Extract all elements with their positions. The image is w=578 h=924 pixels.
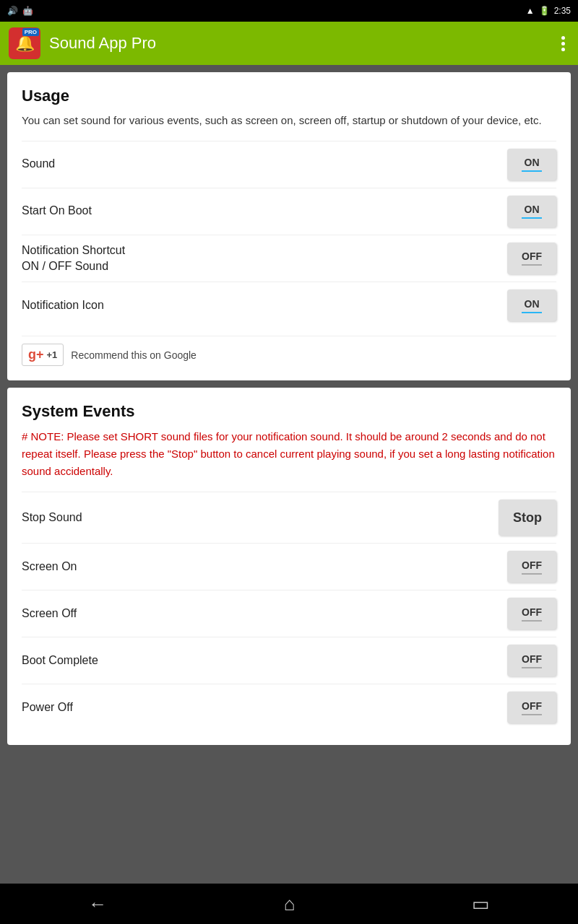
notification-icon-setting-row: Notification Icon ON xyxy=(22,282,556,328)
clock: 2:35 xyxy=(554,6,571,16)
system-events-note: # NOTE: Please set SHORT sound files for… xyxy=(22,428,556,480)
start-on-boot-toggle[interactable]: ON xyxy=(507,196,556,227)
usage-description: You can set sound for various events, su… xyxy=(22,113,556,129)
notification-shortcut-line1: Notification Shortcut xyxy=(22,244,125,256)
notification-shortcut-toggle[interactable]: OFF xyxy=(507,243,556,274)
notification-icon-toggle-line xyxy=(522,312,542,313)
power-off-toggle[interactable]: OFF xyxy=(507,692,556,723)
screen-on-toggle-label: OFF xyxy=(522,559,542,571)
start-on-boot-label: Start On Boot xyxy=(22,203,92,219)
notification-shortcut-toggle-line xyxy=(522,264,542,266)
sound-toggle-line xyxy=(522,170,542,172)
system-events-title: System Events xyxy=(22,402,556,421)
overflow-menu-button[interactable] xyxy=(557,32,569,56)
notification-shortcut-setting-row: Notification Shortcut ON / OFF Sound OFF xyxy=(22,235,556,282)
notification-shortcut-label: Notification Shortcut ON / OFF Sound xyxy=(22,243,125,275)
notification-icon-toggle-label: ON xyxy=(525,298,540,310)
start-on-boot-toggle-label: ON xyxy=(525,204,540,215)
start-on-boot-setting-row: Start On Boot ON xyxy=(22,188,556,235)
boot-complete-label: Boot Complete xyxy=(22,653,98,668)
power-off-toggle-line xyxy=(522,714,542,715)
app-title: Sound App Pro xyxy=(49,34,156,53)
notification-shortcut-line2: ON / OFF Sound xyxy=(22,260,108,272)
power-off-label: Power Off xyxy=(22,699,73,715)
overflow-dot-1 xyxy=(561,36,565,40)
boot-complete-toggle[interactable]: OFF xyxy=(507,645,556,676)
wifi-icon: ▲ xyxy=(526,6,535,16)
notification-icon-toggle[interactable]: ON xyxy=(507,289,556,321)
battery-icon: 🔋 xyxy=(539,6,550,16)
usage-title: Usage xyxy=(22,87,556,105)
status-bar-left: 🔊 🤖 xyxy=(7,6,33,16)
app-icon-symbol: 🔔 xyxy=(15,34,35,53)
screen-off-setting-row: Screen Off OFF xyxy=(22,590,556,637)
notification-icon-label: Notification Icon xyxy=(22,297,104,313)
app-bar: 🔔 PRO Sound App Pro xyxy=(0,22,578,65)
screen-off-toggle-label: OFF xyxy=(522,606,542,618)
boot-complete-toggle-label: OFF xyxy=(522,653,542,665)
sound-toggle-label: ON xyxy=(525,157,540,168)
screen-on-toggle[interactable]: OFF xyxy=(507,551,556,583)
pro-badge: PRO xyxy=(22,28,39,36)
overflow-dot-2 xyxy=(561,42,565,45)
usage-card: Usage You can set sound for various even… xyxy=(7,72,571,380)
google-plus-icon: g+ xyxy=(28,347,44,362)
stop-sound-label: Stop Sound xyxy=(22,510,82,526)
boot-complete-toggle-line xyxy=(522,667,542,668)
status-bar: 🔊 🤖 ▲ 🔋 2:35 xyxy=(0,0,578,22)
recents-button[interactable]: ▭ xyxy=(472,893,490,915)
home-button[interactable]: ⌂ xyxy=(284,893,296,915)
stop-sound-row: Stop Sound Stop xyxy=(22,492,556,543)
overflow-dot-3 xyxy=(561,48,565,51)
system-events-card: System Events # NOTE: Please set SHORT s… xyxy=(7,388,571,745)
boot-complete-setting-row: Boot Complete OFF xyxy=(22,637,556,684)
screen-off-toggle-line xyxy=(522,620,542,622)
stop-sound-button[interactable]: Stop xyxy=(499,500,556,536)
power-off-setting-row: Power Off OFF xyxy=(22,684,556,731)
google-plus-button[interactable]: g+ +1 xyxy=(22,344,64,366)
notification-shortcut-toggle-label: OFF xyxy=(522,250,542,262)
sound-toggle[interactable]: ON xyxy=(507,149,556,180)
app-bar-left: 🔔 PRO Sound App Pro xyxy=(9,27,156,59)
power-off-toggle-label: OFF xyxy=(522,700,542,712)
screen-on-label: Screen On xyxy=(22,559,77,575)
back-button[interactable]: ← xyxy=(88,893,107,915)
sound-setting-row: Sound ON xyxy=(22,141,556,188)
speaker-icon: 🔊 xyxy=(7,6,18,16)
google-plus-row: g+ +1 Recommend this on Google xyxy=(22,336,556,366)
screen-off-toggle[interactable]: OFF xyxy=(507,598,556,629)
sound-label: Sound xyxy=(22,156,55,172)
status-bar-right: ▲ 🔋 2:35 xyxy=(526,6,571,16)
google-plus-text: Recommend this on Google xyxy=(71,349,197,361)
app-icon: 🔔 PRO xyxy=(9,27,40,59)
main-content: Usage You can set sound for various even… xyxy=(0,65,578,884)
nav-bar: ← ⌂ ▭ xyxy=(0,884,578,924)
screen-off-label: Screen Off xyxy=(22,606,77,622)
screen-on-toggle-line xyxy=(522,573,542,575)
start-on-boot-toggle-line xyxy=(522,217,542,219)
screen-on-setting-row: Screen On OFF xyxy=(22,543,556,590)
google-plus-count: +1 xyxy=(47,349,58,360)
android-icon: 🤖 xyxy=(22,6,33,16)
